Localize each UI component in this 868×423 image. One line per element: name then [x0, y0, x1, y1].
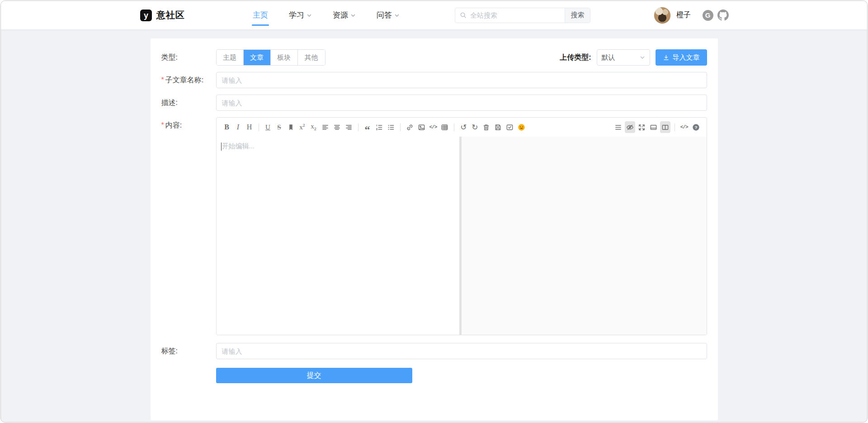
headline-icon[interactable]: H [245, 121, 255, 133]
user-cluster: 橙子 G [654, 7, 729, 24]
chevron-down-icon [350, 13, 356, 18]
required-mark: * [161, 121, 164, 129]
upload-type-group: 上传类型: 默认 导入文章 [560, 49, 707, 66]
code-theme-icon[interactable]: </> [679, 121, 689, 133]
github-icon[interactable] [717, 10, 729, 21]
editor-body: 开始编辑... [217, 137, 707, 335]
toolbar-separator [454, 124, 454, 131]
align-left-icon[interactable] [320, 121, 330, 133]
user-name[interactable]: 橙子 [676, 10, 691, 20]
preview-toggle-icon[interactable] [625, 121, 635, 133]
bookmark-icon[interactable] [286, 121, 296, 133]
top-navbar: y 意社区 主页学习资源问答 搜索 橙子 G [1, 1, 867, 29]
editor-preview-pane [462, 137, 707, 335]
ordered-list-icon[interactable] [374, 121, 384, 133]
download-icon [663, 54, 670, 61]
svg-text:?: ? [694, 125, 697, 130]
sub-article-name-row: *子文章名称: [161, 72, 707, 88]
type-button-group: 主题文章板块其他 [216, 49, 326, 66]
nav-item-qa[interactable]: 问答 [377, 1, 400, 29]
user-avatar[interactable] [654, 7, 671, 24]
chevron-down-icon [394, 13, 400, 18]
search-icon [460, 12, 467, 19]
main-nav: 主页学习资源问答 [253, 1, 400, 29]
nav-item-study[interactable]: 学习 [289, 1, 312, 29]
bold-icon[interactable]: B [222, 121, 232, 133]
editor-toolbar: BIHUSx2x2“</>↺↻ </>? [217, 118, 707, 137]
type-label: 类型: [161, 49, 216, 66]
split-view-icon[interactable] [660, 121, 670, 133]
chevron-down-icon [640, 55, 645, 60]
align-center-icon[interactable] [332, 121, 342, 133]
logo-icon: y [140, 10, 152, 21]
upload-type-label: 上传类型: [560, 53, 591, 62]
italic-icon[interactable]: I [233, 121, 243, 133]
image-icon[interactable] [416, 121, 427, 133]
strike-icon[interactable]: S [274, 121, 284, 133]
brand-title: 意社区 [156, 9, 185, 21]
page-body: 类型: 主题文章板块其他 上传类型: 默认 [1, 29, 867, 423]
unordered-list-icon[interactable] [386, 121, 396, 133]
underline-icon[interactable]: U [263, 121, 273, 133]
toolbar-separator [259, 124, 259, 131]
search-box [455, 8, 565, 23]
submit-button[interactable]: 提交 [216, 368, 412, 383]
editor-input-pane[interactable]: 开始编辑... [217, 137, 459, 335]
search-input[interactable] [470, 11, 560, 19]
help-icon[interactable]: ? [691, 121, 701, 133]
site-search: 搜索 [455, 8, 590, 23]
quote-icon[interactable]: “ [363, 121, 373, 133]
table-icon[interactable] [439, 121, 450, 133]
nav-item-home[interactable]: 主页 [253, 1, 268, 29]
upload-type-select[interactable]: 默认 [597, 49, 650, 66]
toolbar-separator [400, 124, 401, 131]
toolbar-separator [675, 124, 675, 131]
search-button[interactable]: 搜索 [565, 8, 590, 23]
align-right-icon[interactable] [344, 121, 354, 133]
content-row: *内容: BIHUSx2x2“</>↺↻ </>? 开始编辑... [161, 117, 707, 335]
type-option-other[interactable]: 其他 [298, 50, 325, 65]
submit-row: 提交 [161, 366, 707, 383]
emoji-icon[interactable] [516, 121, 527, 133]
trash-icon[interactable] [481, 121, 491, 133]
nav-item-resource[interactable]: 资源 [333, 1, 356, 29]
link-icon[interactable] [405, 121, 415, 133]
redo-icon[interactable]: ↻ [470, 121, 480, 133]
tags-row: 标签: [161, 343, 707, 359]
subscript-icon[interactable]: x2 [309, 121, 319, 133]
type-option-board[interactable]: 板块 [271, 50, 298, 65]
editor-placeholder: 开始编辑... [221, 142, 455, 151]
browser-window: y 意社区 主页学习资源问答 搜索 橙子 G [0, 0, 868, 423]
outline-icon[interactable] [613, 121, 623, 133]
tags-label: 标签: [161, 343, 216, 359]
sub-article-name-label: *子文章名称: [161, 72, 216, 88]
upload-type-value: 默认 [602, 53, 640, 62]
check-icon[interactable] [505, 121, 515, 133]
undo-icon[interactable]: ↺ [458, 121, 468, 133]
post-form-card: 类型: 主题文章板块其他 上传类型: 默认 [151, 38, 718, 420]
chevron-down-icon [307, 13, 312, 18]
tags-input[interactable] [216, 343, 707, 359]
fullscreen-icon[interactable] [637, 121, 647, 133]
import-article-button[interactable]: 导入文章 [656, 49, 707, 66]
required-mark: * [161, 76, 164, 84]
type-option-article[interactable]: 文章 [244, 50, 271, 65]
toolbar-separator [358, 124, 359, 131]
brand[interactable]: y 意社区 [140, 9, 185, 21]
superscript-icon[interactable]: x2 [297, 121, 307, 133]
save-icon[interactable] [493, 121, 503, 133]
edit-mode-icon[interactable] [648, 121, 659, 133]
description-label: 描述: [161, 95, 216, 111]
description-row: 描述: [161, 95, 707, 111]
gitee-icon[interactable]: G [702, 10, 713, 21]
sub-article-name-input[interactable] [216, 72, 707, 88]
text-caret [221, 143, 222, 151]
markdown-editor: BIHUSx2x2“</>↺↻ </>? 开始编辑... [216, 117, 707, 335]
type-row: 类型: 主题文章板块其他 上传类型: 默认 [161, 49, 707, 66]
type-option-topic[interactable]: 主题 [217, 50, 244, 65]
description-input[interactable] [216, 95, 707, 111]
code-icon[interactable]: </> [428, 121, 439, 133]
content-label: *内容: [161, 117, 216, 335]
